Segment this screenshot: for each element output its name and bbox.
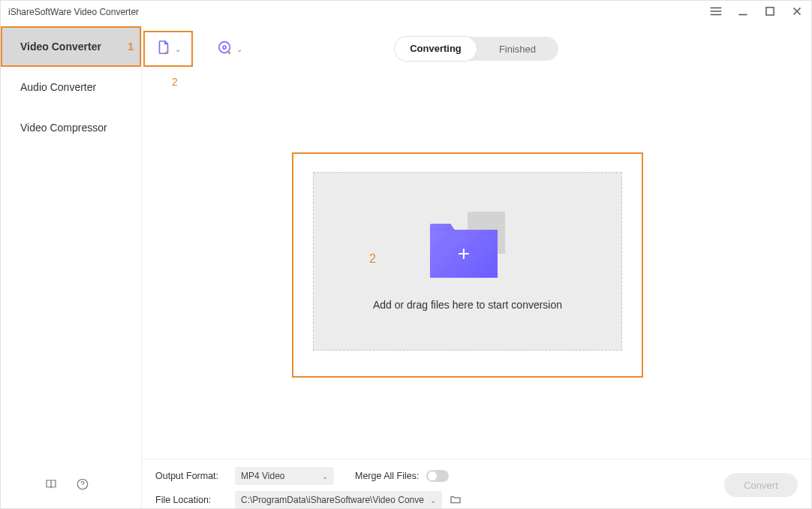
file-location-label: File Location: [155, 495, 227, 505]
output-format-select[interactable]: MP4 Video ⌄ [235, 467, 334, 485]
annotation-2-large: 2 [369, 252, 376, 266]
folder-front-icon: + [430, 230, 498, 278]
app-body: Video Converter 1 Audio Converter Video … [1, 23, 811, 508]
add-disc-button[interactable]: ⌄ [205, 31, 254, 67]
toolbar: ⌄ 2 ⌄ Converting Finished [142, 23, 811, 70]
drop-zone[interactable]: 2 + Add or drag files here to start conv… [313, 172, 622, 351]
svg-point-2 [219, 42, 230, 53]
open-folder-icon[interactable] [450, 493, 462, 507]
sidebar-item-audio-converter[interactable]: Audio Converter [1, 67, 141, 107]
tab-finished[interactable]: Finished [477, 44, 558, 55]
sidebar: Video Converter 1 Audio Converter Video … [1, 23, 142, 508]
sidebar-item-video-compressor[interactable]: Video Compressor [1, 107, 141, 148]
drop-zone-text: Add or drag files here to start conversi… [373, 299, 562, 311]
file-location-value: C:\ProgramData\iShareSoftware\Video Conv… [241, 495, 424, 505]
sidebar-item-label: Audio Converter [20, 81, 96, 93]
add-folder-graphic: + [430, 212, 505, 278]
maximize-button[interactable] [763, 5, 777, 20]
sidebar-item-video-converter[interactable]: Video Converter 1 [1, 26, 141, 67]
chevron-down-icon: ⌄ [175, 45, 181, 53]
content-area: 2 + Add or drag files here to start conv… [142, 70, 811, 459]
chevron-down-icon: ⌄ [236, 45, 242, 53]
convert-button-label: Convert [744, 480, 778, 491]
tab-label: Finished [499, 44, 536, 55]
menu-icon[interactable] [709, 5, 723, 20]
output-format-label: Output Format: [155, 471, 227, 481]
file-location-select[interactable]: C:\ProgramData\iShareSoftware\Video Conv… [235, 491, 442, 508]
close-button[interactable] [790, 5, 804, 20]
add-file-icon [155, 39, 172, 59]
svg-rect-0 [766, 7, 774, 14]
annotation-outline-2: 2 + Add or drag files here to start conv… [292, 152, 643, 378]
add-file-button[interactable]: ⌄ 2 [143, 31, 193, 67]
tab-label: Converting [410, 43, 462, 54]
add-disc-icon [217, 39, 233, 59]
plus-icon: + [458, 242, 470, 266]
annotation-1: 1 [128, 41, 134, 53]
help-icon[interactable] [76, 477, 89, 494]
titlebar: iShareSoftWare Video Converter [1, 1, 811, 23]
app-title: iShareSoftWare Video Converter [8, 7, 709, 17]
chevron-down-icon: ⌄ [430, 496, 436, 504]
svg-point-3 [223, 46, 226, 49]
output-format-value: MP4 Video [241, 471, 284, 481]
chevron-down-icon: ⌄ [322, 472, 328, 480]
convert-button[interactable]: Convert [724, 473, 798, 497]
guide-icon[interactable] [44, 477, 58, 494]
sidebar-item-label: Video Converter [20, 41, 101, 53]
sidebar-nav: Video Converter 1 Audio Converter Video … [1, 23, 141, 463]
sidebar-item-label: Video Compressor [20, 122, 107, 134]
window-controls [709, 5, 804, 20]
merge-all-toggle[interactable] [426, 470, 449, 482]
bottom-bar: Output Format: MP4 Video ⌄ Merge All Fil… [142, 459, 811, 508]
main-panel: ⌄ 2 ⌄ Converting Finished [142, 23, 811, 508]
tab-converting[interactable]: Converting [395, 37, 477, 61]
minimize-button[interactable] [736, 5, 750, 20]
status-segmented: Converting Finished [395, 37, 558, 61]
app-window: iShareSoftWare Video Converter Video Con… [0, 0, 812, 509]
sidebar-footer [1, 463, 141, 508]
merge-all-label: Merge All Files: [355, 471, 419, 481]
